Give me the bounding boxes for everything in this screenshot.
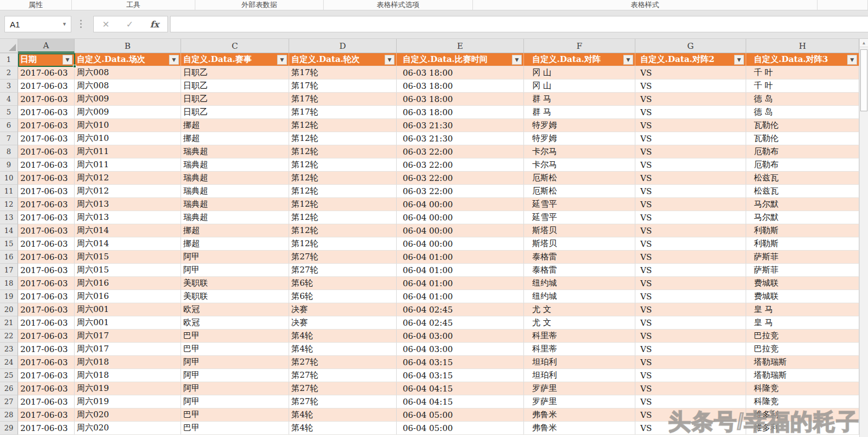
cell-D4[interactable]: 第17轮	[289, 93, 397, 106]
cell-E14[interactable]: 06-04 00:00	[397, 224, 524, 237]
ribbon-group-external-table-data[interactable]: 外部表数据	[195, 0, 324, 10]
row-number-19[interactable]: 19	[0, 290, 18, 303]
cell-C6[interactable]: 挪超	[181, 119, 289, 132]
cell-G14[interactable]: VS	[635, 224, 746, 237]
cell-D25[interactable]: 第27轮	[289, 369, 397, 382]
cell-F5[interactable]: 群 马	[524, 106, 635, 119]
cell-F27[interactable]: 罗萨里	[524, 395, 635, 408]
filter-button-c1[interactable]: ▼	[277, 55, 287, 65]
cell-A24[interactable]: 2017-06-03	[18, 356, 75, 369]
cell-H17[interactable]: 萨斯菲	[746, 264, 859, 277]
filter-button-f1[interactable]: ▼	[623, 55, 633, 65]
cell-F12[interactable]: 延雪平	[524, 198, 635, 211]
header-cell-round[interactable]: 自定义.Data.轮次 ▼	[289, 53, 397, 66]
cell-E11[interactable]: 06-03 22:00	[397, 185, 524, 198]
filter-button-h1[interactable]: ▼	[847, 55, 857, 65]
cell-H16[interactable]: 萨斯菲	[746, 251, 859, 264]
cell-H7[interactable]: 瓦勒伦	[746, 132, 859, 145]
cell-G15[interactable]: VS	[635, 237, 746, 251]
cell-D2[interactable]: 第17轮	[289, 66, 397, 80]
cell-H14[interactable]: 利勒斯	[746, 224, 859, 237]
row-number-13[interactable]: 13	[0, 211, 18, 224]
name-box-dropdown-icon[interactable]: ▼	[62, 21, 67, 27]
cell-A4[interactable]: 2017-06-03	[18, 93, 75, 106]
cell-D5[interactable]: 第17轮	[289, 106, 397, 119]
cell-D14[interactable]: 第12轮	[289, 224, 397, 237]
cell-A18[interactable]: 2017-06-03	[18, 277, 75, 290]
cell-C17[interactable]: 阿甲	[181, 264, 289, 277]
cell-F8[interactable]: 卡尔马	[524, 145, 635, 158]
cell-F23[interactable]: 科里蒂	[524, 343, 635, 356]
cell-D13[interactable]: 第12轮	[289, 211, 397, 224]
insert-function-icon[interactable]: fx	[150, 19, 159, 30]
cell-E16[interactable]: 06-04 01:00	[397, 251, 524, 264]
row-number-4[interactable]: 4	[0, 93, 18, 106]
cell-D8[interactable]: 第12轮	[289, 145, 397, 158]
cell-A11[interactable]: 2017-06-03	[18, 185, 75, 198]
cell-C22[interactable]: 巴甲	[181, 330, 289, 343]
cell-B12[interactable]: 周六013	[75, 198, 181, 211]
cell-H22[interactable]: 巴拉竞	[746, 330, 859, 343]
cell-C28[interactable]: 巴甲	[181, 408, 289, 422]
cell-D28[interactable]: 第4轮	[289, 408, 397, 422]
cell-B6[interactable]: 周六010	[75, 119, 181, 132]
cell-E25[interactable]: 06-04 03:15	[397, 369, 524, 382]
cell-D7[interactable]: 第12轮	[289, 132, 397, 145]
cell-C2[interactable]: 日职乙	[181, 66, 289, 80]
cell-G22[interactable]: VS	[635, 330, 746, 343]
header-cell-opponent3[interactable]: 自定义.Data.对阵3 ▼	[746, 53, 859, 66]
cell-F22[interactable]: 科里蒂	[524, 330, 635, 343]
cell-F21[interactable]: 尤 文	[524, 316, 635, 330]
row-number-22[interactable]: 22	[0, 330, 18, 343]
cell-G3[interactable]: VS	[635, 80, 746, 93]
cell-H4[interactable]: 德 岛	[746, 93, 859, 106]
cell-A10[interactable]: 2017-06-03	[18, 172, 75, 185]
cell-H2[interactable]: 千 叶	[746, 66, 859, 80]
cell-H26[interactable]: 科隆竞	[746, 382, 859, 395]
cell-B2[interactable]: 周六008	[75, 66, 181, 80]
cell-H25[interactable]: 塔勒瑞斯	[746, 369, 859, 382]
cell-H29[interactable]: 维多利	[746, 422, 859, 435]
cell-C11[interactable]: 瑞典超	[181, 185, 289, 198]
cell-A17[interactable]: 2017-06-03	[18, 264, 75, 277]
cell-H8[interactable]: 厄勒布	[746, 145, 859, 158]
cell-H3[interactable]: 千 叶	[746, 80, 859, 93]
cell-D20[interactable]: 决赛	[289, 303, 397, 316]
cell-G12[interactable]: VS	[635, 198, 746, 211]
header-cell-match-no[interactable]: 自定义.Data.场次 ▼	[75, 53, 181, 66]
row-number-27[interactable]: 27	[0, 395, 18, 408]
cell-D6[interactable]: 第12轮	[289, 119, 397, 132]
cell-D22[interactable]: 第4轮	[289, 330, 397, 343]
cell-B8[interactable]: 周六011	[75, 145, 181, 158]
cell-B13[interactable]: 周六013	[75, 211, 181, 224]
cell-B10[interactable]: 周六012	[75, 172, 181, 185]
row-number-10[interactable]: 10	[0, 172, 18, 185]
cell-C8[interactable]: 瑞典超	[181, 145, 289, 158]
cell-G5[interactable]: VS	[635, 106, 746, 119]
cell-H24[interactable]: 塔勒瑞斯	[746, 356, 859, 369]
row-number-12[interactable]: 12	[0, 198, 18, 211]
cell-D9[interactable]: 第12轮	[289, 158, 397, 172]
cell-D10[interactable]: 第12轮	[289, 172, 397, 185]
cell-C5[interactable]: 日职乙	[181, 106, 289, 119]
cell-F4[interactable]: 群 马	[524, 93, 635, 106]
header-cell-opponent2[interactable]: 自定义.Data.对阵2 ▼	[635, 53, 746, 66]
cell-B24[interactable]: 周六018	[75, 356, 181, 369]
cell-G16[interactable]: VS	[635, 251, 746, 264]
row-number-17[interactable]: 17	[0, 264, 18, 277]
cell-C16[interactable]: 阿甲	[181, 251, 289, 264]
header-cell-opponent[interactable]: 自定义.Data.对阵 ▼	[524, 53, 635, 66]
cell-E21[interactable]: 06-04 02:45	[397, 316, 524, 330]
row-number-26[interactable]: 26	[0, 382, 18, 395]
cell-H15[interactable]: 利勒斯	[746, 237, 859, 251]
cell-E22[interactable]: 06-04 03:00	[397, 330, 524, 343]
cell-G29[interactable]: VS	[635, 422, 746, 435]
cell-B25[interactable]: 周六018	[75, 369, 181, 382]
cell-A19[interactable]: 2017-06-03	[18, 290, 75, 303]
cell-G4[interactable]: VS	[635, 93, 746, 106]
cell-G19[interactable]: VS	[635, 290, 746, 303]
cell-C29[interactable]: 巴甲	[181, 422, 289, 435]
cell-D11[interactable]: 第12轮	[289, 185, 397, 198]
cell-C9[interactable]: 瑞典超	[181, 158, 289, 172]
cell-C10[interactable]: 瑞典超	[181, 172, 289, 185]
